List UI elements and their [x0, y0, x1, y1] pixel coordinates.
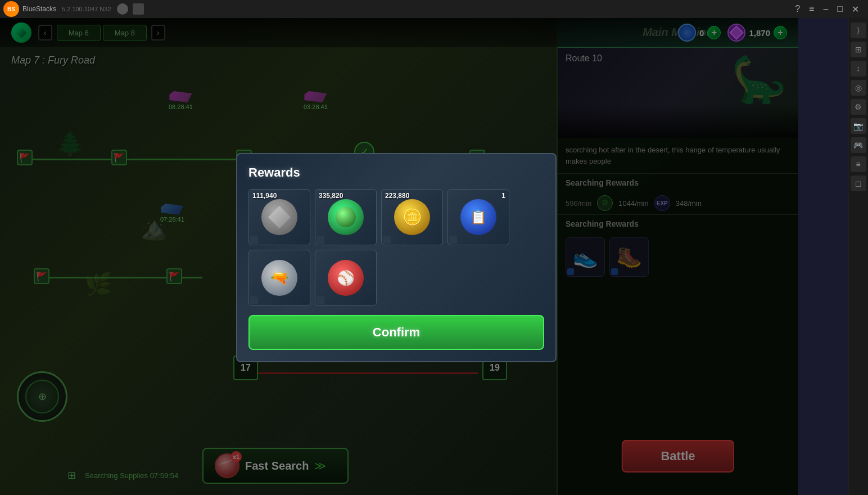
titlebar: BS BlueStacks 5.2.100.1047 N32 ? ≡ – □ ✕ — [0, 0, 868, 18]
right-sidebar: ⟩ ⊞ ↕ ◎ ⚙ 📷 🎮 ≡ ◻ — [848, 18, 868, 495]
game-area: 🌲 🏔️ 🌿 ‹ Map 6 Map 8 › 0 + 1,870 + M — [0, 18, 798, 495]
rewards-modal-title: Rewards — [248, 165, 544, 180]
sidebar-icon-7[interactable]: ≡ — [851, 156, 866, 172]
sidebar-icon-5[interactable]: 📷 — [851, 118, 866, 134]
sidebar-expand-icon[interactable]: ⟩ — [851, 22, 866, 38]
reward-amount-2: 335,820 — [319, 192, 343, 200]
brand-name: BlueStacks — [22, 5, 56, 13]
reward-amount-1: 111,940 — [252, 192, 277, 200]
menu-icon[interactable]: ≡ — [807, 2, 816, 16]
reward-card-5: 🔫 — [248, 250, 310, 306]
reward-amount-3: 223,880 — [385, 192, 409, 200]
sidebar-icon-2[interactable]: ↕ — [851, 61, 866, 76]
sidebar-icon-8[interactable]: ◻ — [851, 176, 866, 191]
maximize-button[interactable]: □ — [835, 2, 845, 16]
blueprint-icon: 📋 — [460, 199, 496, 235]
card-corner-4 — [449, 236, 457, 244]
reward-card-2: 335,820 — [315, 189, 377, 245]
red-ball-icon: ⚾ — [328, 260, 364, 296]
sidebar-icon-1[interactable]: ⊞ — [851, 42, 866, 57]
minimize-button[interactable]: – — [821, 2, 830, 16]
reward-card-6: ⚾ — [315, 250, 377, 306]
bluestacks-logo: BS — [3, 1, 19, 17]
rewards-grid: 111,940 335,820 223,880 — [248, 189, 544, 306]
window-icon[interactable] — [133, 3, 144, 15]
confirm-button[interactable]: Confirm — [248, 315, 544, 350]
gray-crystal-icon — [261, 199, 297, 235]
sidebar-icon-6[interactable]: 🎮 — [851, 137, 866, 153]
card-corner-6 — [317, 296, 324, 304]
card-corner-1 — [250, 236, 258, 244]
home-icon[interactable] — [117, 3, 128, 15]
reward-card-3: 223,880 🪙 — [381, 189, 443, 245]
card-corner-2 — [317, 236, 324, 244]
reward-badge-4: 1 — [501, 192, 505, 200]
sidebar-icon-4[interactable]: ⚙ — [851, 99, 866, 115]
card-corner-3 — [383, 236, 391, 244]
reward-card-4: 1 📋 — [447, 189, 509, 245]
sidebar-icon-3[interactable]: ◎ — [851, 80, 866, 96]
modal-overlay: Rewards 111,940 335,820 — [0, 18, 798, 495]
window-controls: ? ≡ – □ ✕ — [793, 2, 868, 17]
help-icon[interactable]: ? — [793, 2, 802, 16]
version-label: 5.2.100.1047 N32 — [62, 6, 111, 12]
close-button[interactable]: ✕ — [849, 2, 861, 17]
card-corner-5 — [250, 296, 258, 304]
gold-coins-icon: 🪙 — [394, 199, 430, 235]
reward-card-1: 111,940 — [248, 189, 310, 245]
rewards-modal: Rewards 111,940 335,820 — [236, 153, 557, 362]
gun-icon: 🔫 — [261, 260, 297, 296]
green-orb-icon — [328, 199, 364, 235]
